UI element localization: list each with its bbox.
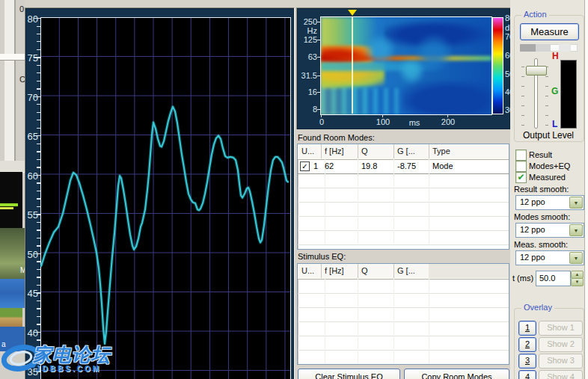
app-window: 0 C M r a 80 75 70 65 60 55 50 45 40 35 … (0, 0, 588, 379)
output-level-label: Output Level (514, 130, 583, 141)
overlay-4-label: 4 (525, 372, 530, 379)
room-mode-row[interactable]: ✓ 1 62 19.8 -8.75 Mode (298, 159, 509, 174)
sliver-divider (14, 0, 16, 161)
modes-smooth-label: Modes smooth: (514, 212, 570, 221)
room-modes-section-label: Found Room Modes: (298, 133, 375, 142)
watermark: 家电论坛 JDBBS.COM (0, 336, 112, 379)
chevron-down-icon[interactable]: ▼ (569, 197, 583, 209)
empty-row[interactable] (298, 279, 509, 294)
empty-row[interactable] (298, 188, 509, 203)
spinner-down-icon[interactable]: ▼ (571, 278, 584, 286)
column-header-q[interactable]: Q (358, 144, 394, 158)
spectrogram-cursor-line[interactable] (352, 16, 353, 114)
column-header-type[interactable]: Type (429, 144, 507, 158)
overlay-2-label: 2 (525, 339, 530, 348)
copy-room-modes-button[interactable]: Copy Room Modes (404, 369, 509, 379)
spectrogram-colorbar (492, 17, 503, 114)
modes-eq-checkbox-label: Modes+EQ (529, 161, 570, 170)
room-modes-table[interactable]: U... f [Hz] Q G [... Type ✓ 1 62 19.8 -8… (297, 144, 509, 250)
column-header-use[interactable]: U... (298, 264, 322, 278)
spec-freq-label: 8 (298, 105, 317, 114)
use-checkbox[interactable]: ✓ (300, 161, 310, 171)
column-header-use[interactable]: U... (298, 144, 322, 158)
overlay-3-label: 3 (525, 356, 530, 365)
overlay-4-button[interactable]: 4 (518, 370, 536, 379)
show-4-button[interactable]: Show 4 (539, 370, 583, 379)
room-modes-table-header[interactable]: U... f [Hz] Q G [... Type (298, 144, 509, 160)
spec-time-label: 100 (374, 117, 392, 126)
measure-progress-bar (520, 44, 578, 52)
empty-row[interactable] (298, 202, 509, 217)
spectrogram-cursor-marker-icon[interactable] (348, 10, 357, 16)
output-level-meter (560, 60, 577, 129)
chevron-down-icon[interactable]: ▼ (569, 224, 583, 236)
watermark-title: 家电论坛 (33, 342, 111, 367)
result-checkbox[interactable] (515, 150, 527, 161)
spec-freq-label: 250 (298, 17, 317, 26)
measure-button[interactable]: Measure (520, 23, 579, 40)
y-axis-major-ticks (34, 18, 40, 379)
sliver-yellow-stripe (0, 207, 13, 209)
spec-freq-label: 31.5 (298, 71, 317, 80)
overlay-2-button[interactable]: 2 (518, 337, 536, 352)
empty-row[interactable] (298, 321, 509, 336)
result-smooth-combobox[interactable]: 12 ppo ▼ (515, 195, 584, 210)
meter-mid-label: G (551, 86, 558, 96)
mode-q[interactable]: 19.8 (358, 159, 394, 173)
column-header-filler (429, 264, 509, 278)
spec-mid-mottle (362, 32, 452, 92)
stimulus-eq-table[interactable]: U... f [Hz] Q G [... (297, 263, 509, 365)
stimulus-eq-table-header[interactable]: U... f [Hz] Q G [... (298, 264, 509, 280)
output-slider-thumb[interactable] (526, 66, 547, 76)
mode-frequency[interactable]: 62 (321, 159, 358, 173)
show-2-button[interactable]: Show 2 (539, 337, 583, 352)
column-header-gain[interactable]: G [... (393, 264, 429, 278)
sliver-black-block (0, 172, 22, 228)
empty-row[interactable] (298, 216, 509, 231)
mode-type[interactable]: Mode (429, 159, 507, 173)
combobox-value: 12 ppo (520, 225, 545, 234)
stimulus-eq-section-label: Stimulus EQ: (298, 252, 346, 261)
column-header-gain[interactable]: G [... (393, 144, 429, 158)
meter-high-label: H (552, 51, 559, 61)
empty-row[interactable] (298, 230, 509, 245)
spec-freq-label: 16 (298, 87, 317, 96)
sliver-thumbnail (0, 308, 22, 327)
watermark-domain: JDBBS.COM (36, 365, 101, 373)
progress-segment (559, 44, 571, 52)
sliver-text-fragment: 0 (19, 4, 24, 13)
frequency-response-plot[interactable] (40, 17, 291, 379)
show-3-button[interactable]: Show 3 (539, 354, 583, 369)
empty-row[interactable] (298, 350, 509, 365)
mode-gain[interactable]: -8.75 (393, 159, 429, 173)
spec-bottom-stripes (321, 88, 403, 114)
clear-stimulus-eq-button[interactable]: Clear Stimulus EQ (298, 369, 400, 379)
overlay-1-button[interactable]: 1 (518, 321, 536, 336)
window-edge (584, 0, 588, 379)
measured-checkbox[interactable] (515, 172, 527, 183)
empty-row[interactable] (298, 173, 509, 188)
spec-time-label: 200 (439, 117, 457, 126)
modes-eq-checkbox[interactable] (515, 161, 527, 172)
sliver-green-stripe (0, 203, 18, 206)
meter-low-label: L (552, 119, 557, 129)
t-ms-field[interactable]: 50.0 (536, 271, 571, 286)
modes-smooth-combobox[interactable]: 12 ppo ▼ (515, 223, 584, 238)
spec-freq-label: Hz (298, 26, 317, 35)
column-header-q[interactable]: Q (358, 264, 394, 278)
empty-row[interactable] (298, 307, 509, 322)
measured-checkbox-label: Measured (529, 173, 566, 182)
spec-time-unit-label: ms (408, 118, 421, 127)
result-smooth-label: Result smooth: (514, 185, 569, 194)
overlay-3-button[interactable]: 3 (518, 354, 536, 369)
empty-row[interactable] (298, 336, 509, 351)
column-header-frequency[interactable]: f [Hz] (321, 264, 358, 278)
chevron-down-icon[interactable]: ▼ (569, 252, 583, 264)
column-header-frequency[interactable]: f [Hz] (321, 144, 358, 158)
empty-row[interactable] (298, 293, 509, 308)
meas-smooth-combobox[interactable]: 12 ppo ▼ (515, 250, 584, 265)
overlay-1-label: 1 (525, 323, 530, 332)
show-1-button[interactable]: Show 1 (539, 321, 583, 336)
spec-freq-label: 125 (298, 35, 317, 44)
spectrogram-plot[interactable] (320, 16, 492, 115)
